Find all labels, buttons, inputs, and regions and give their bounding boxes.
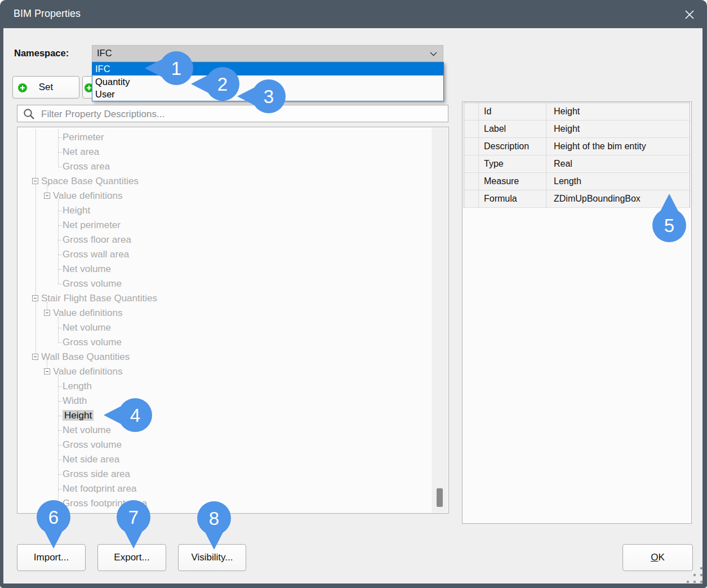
row-value: Height — [546, 121, 690, 137]
window-title: BIM Properties — [14, 8, 81, 20]
row-label: Measure — [479, 173, 546, 190]
tree-rows: Perimeter Net area Gross area Space Base… — [17, 130, 448, 511]
tree-row[interactable]: Perimeter — [17, 130, 448, 145]
tree-row[interactable]: Gross volume — [17, 438, 448, 452]
property-tree: Perimeter Net area Gross area Space Base… — [17, 127, 449, 514]
row-label: Label — [479, 121, 546, 137]
collapse-minus-icon[interactable] — [44, 310, 50, 316]
dropdown-option-quantity[interactable]: Quantity — [92, 75, 443, 88]
tree-row[interactable]: Value definitions — [17, 306, 448, 320]
tree-row[interactable]: Net footprint area — [17, 482, 448, 496]
row-value: Real — [546, 155, 690, 172]
tree-row[interactable]: Gross side area — [17, 467, 448, 482]
tree-row[interactable]: Space Base Quantities — [17, 174, 448, 189]
namespace-dropdown: IFC Quantity User — [92, 62, 444, 101]
chevron-down-icon — [430, 52, 437, 56]
table-row: Id Height — [464, 103, 690, 121]
tree-row[interactable]: Net volume — [17, 320, 448, 335]
table-row: Description Height of the bim entity — [464, 138, 690, 155]
collapse-minus-icon[interactable] — [44, 193, 50, 199]
tree-scrollbar[interactable] — [431, 128, 448, 513]
collapse-minus-icon[interactable] — [32, 295, 38, 301]
row-label: Id — [479, 103, 546, 120]
set-button-label: Set — [39, 82, 54, 93]
titlebar: BIM Properties — [0, 0, 707, 28]
tree-row[interactable]: Net volume — [17, 423, 448, 438]
table-row: Formula ZDimUpBoundingBox — [464, 190, 690, 208]
table-row: Label Height — [464, 121, 690, 138]
filter-box — [17, 105, 448, 122]
tree-row[interactable]: Net perimeter — [17, 218, 448, 233]
tree-row[interactable]: Length — [17, 379, 448, 394]
combobox-value: IFC — [97, 48, 112, 59]
dropdown-option-user[interactable]: User — [92, 88, 443, 101]
tree-row[interactable]: Width — [17, 394, 448, 408]
tree-row[interactable]: Stair Flight Base Quantities — [17, 291, 448, 306]
row-label: Type — [479, 155, 546, 172]
visibility-button[interactable]: Visibility... — [178, 544, 246, 571]
collapse-minus-icon[interactable] — [44, 368, 50, 375]
dropdown-option-ifc[interactable]: IFC — [92, 63, 443, 75]
collapse-minus-icon[interactable] — [32, 178, 38, 184]
row-value: ZDimUpBoundingBox — [546, 190, 690, 207]
tree-row[interactable]: Value definitions — [17, 189, 448, 203]
ok-button[interactable]: OK — [622, 544, 693, 571]
tree-row[interactable]: Net side area — [17, 452, 448, 467]
bim-properties-dialog: BIM Properties Namespace: IFC Set IFC Qu… — [0, 0, 707, 588]
row-label: Description — [479, 138, 546, 155]
tree-row[interactable]: Gross footprint area — [17, 496, 448, 511]
namespace-combobox[interactable]: IFC — [92, 45, 443, 62]
table-row: Measure Length — [464, 173, 690, 190]
table-row: Type Real — [464, 155, 690, 173]
tree-row[interactable]: Value definitions — [17, 364, 448, 379]
scrollbar-thumb[interactable] — [437, 488, 443, 507]
row-label: Formula — [479, 190, 546, 207]
tree-row[interactable]: Gross area — [17, 159, 448, 174]
set-button[interactable]: Set — [12, 76, 79, 99]
tree-row[interactable]: Gross volume — [17, 335, 448, 350]
row-value: Height — [546, 103, 690, 120]
tree-row[interactable]: Net area — [17, 145, 448, 159]
tree-row[interactable]: Gross floor area — [17, 233, 448, 247]
row-value: Height of the bim entity — [546, 138, 690, 155]
tree-row[interactable]: Height — [17, 203, 448, 218]
tree-row[interactable]: Wall Base Quantities — [17, 350, 448, 364]
tree-row-selected[interactable]: Height — [17, 408, 448, 423]
export-button[interactable]: Export... — [97, 544, 166, 571]
resize-grip[interactable] — [685, 565, 704, 585]
details-panel: Id Height Label Height Description Heigh… — [462, 101, 692, 524]
close-button[interactable] — [682, 7, 697, 23]
search-icon — [23, 108, 35, 120]
filter-input[interactable] — [40, 106, 437, 122]
tree-row[interactable]: Gross wall area — [17, 247, 448, 262]
namespace-label: Namespace: — [14, 48, 69, 59]
close-icon — [682, 7, 697, 23]
import-button[interactable]: Import... — [17, 544, 86, 571]
details-table: Id Height Label Height Description Heigh… — [464, 103, 690, 208]
collapse-minus-icon[interactable] — [32, 354, 38, 360]
add-icon — [18, 83, 27, 92]
tree-row[interactable]: Gross volume — [17, 277, 448, 291]
row-value: Length — [546, 173, 690, 190]
tree-row[interactable]: Net volume — [17, 262, 448, 277]
